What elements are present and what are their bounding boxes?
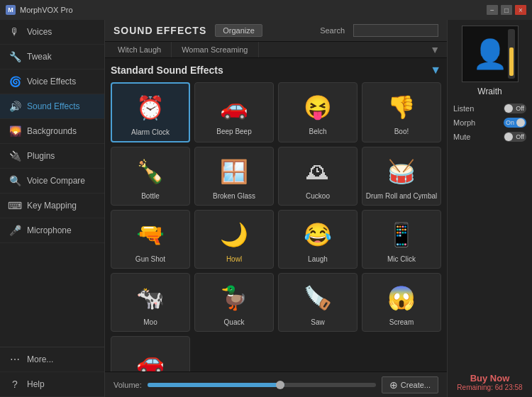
sound-item-howl[interactable]: 🌙 Howl — [194, 210, 274, 269]
sound-item-boo[interactable]: 👎 Boo! — [362, 82, 441, 142]
sidebar-label-tweak: Tweak — [27, 52, 52, 62]
sidebar-item-voices[interactable]: 🎙 Voices — [0, 20, 104, 45]
sidebar-item-voice-compare[interactable]: 🔍 Voice Compare — [0, 169, 104, 194]
sound-item-belch[interactable]: 😝 Belch — [278, 82, 358, 142]
mute-knob — [504, 133, 513, 141]
voice-name: Wraith — [477, 86, 501, 96]
sidebar-icon-help: ? — [9, 378, 21, 391]
content-header: SOUND EFFECTS Organize Search — [105, 20, 447, 42]
main-layout: 🎙 Voices 🔧 Tweak 🌀 Voice Effects 🔊 Sound… — [0, 20, 532, 397]
sound-label-scream: Scream — [389, 318, 414, 327]
sound-item-beep-beep[interactable]: 🚗 Beep Beep — [194, 82, 274, 142]
sidebar-label-key-mapping: Key Mapping — [27, 201, 77, 211]
titlebar-left: M MorphVOX Pro — [6, 5, 73, 15]
volume-handle[interactable] — [276, 381, 284, 389]
section-title: SOUND EFFECTS — [113, 25, 206, 36]
sidebar-item-voice-effects[interactable]: 🌀 Voice Effects — [0, 69, 104, 94]
maximize-button[interactable]: □ — [501, 5, 512, 15]
mute-toggle[interactable]: Off — [504, 132, 526, 142]
sidebar-label-sound-effects: Sound Effects — [27, 101, 80, 111]
sidebar-icon-voice-effects: 🌀 — [9, 75, 21, 88]
sound-label-laugh: Laugh — [308, 255, 328, 264]
sidebar-label-backgrounds: Backgrounds — [27, 126, 77, 136]
sound-item-broken-glass[interactable]: 🪟 Broken Glass — [194, 147, 274, 206]
sound-icon-moo: 🐄 — [132, 279, 169, 316]
sound-grid: ⏰ Alarm Clock 🚗 Beep Beep 😝 Belch 👎 Boo!… — [111, 82, 441, 371]
mute-state: Off — [516, 133, 524, 140]
sound-label-howl: Howl — [226, 255, 242, 264]
sound-label-broken-glass: Broken Glass — [213, 192, 255, 201]
listen-label: Listen — [453, 104, 474, 113]
search-label: Search — [320, 26, 345, 35]
sound-item-car[interactable]: 🚗 — [111, 336, 190, 371]
sound-item-cuckoo[interactable]: 🕰 Cuckoo — [278, 147, 358, 206]
sidebar-item-key-mapping[interactable]: ⌨ Key Mapping — [0, 194, 104, 218]
listen-state: Off — [516, 105, 524, 112]
sound-label-belch: Belch — [309, 128, 326, 136]
tab-woman-screaming[interactable]: Woman Screaming — [172, 42, 258, 57]
titlebar-controls: − □ × — [487, 5, 526, 15]
sidebar-label-voice-effects: Voice Effects — [27, 77, 76, 86]
sidebar-item-more[interactable]: ⋯ More... — [0, 347, 104, 372]
sound-item-alarm-clock[interactable]: ⏰ Alarm Clock — [111, 82, 190, 142]
buy-now-section: Buy Now Remaining: 6d 23:58 — [457, 373, 522, 391]
sidebar-item-microphone[interactable]: 🎤 Microphone — [0, 218, 104, 243]
sound-icon-drum-roll: 🥁 — [383, 153, 420, 190]
sidebar-item-tweak[interactable]: 🔧 Tweak — [0, 45, 104, 69]
create-plus-icon: ⊕ — [389, 379, 398, 391]
sound-item-gun-shot[interactable]: 🔫 Gun Shot — [111, 210, 190, 269]
sidebar-item-plugins[interactable]: 🔌 Plugins — [0, 144, 104, 169]
content-area: SOUND EFFECTS Organize Search Witch Laug… — [105, 20, 447, 397]
tab-scroll-right[interactable]: ▼ — [426, 43, 444, 57]
organize-button[interactable]: Organize — [215, 24, 262, 37]
app-icon: M — [6, 5, 16, 15]
grid-scroll[interactable]: Standard Sound Effects ▼ ⏰ Alarm Clock 🚗… — [105, 58, 447, 371]
sound-label-cuckoo: Cuckoo — [306, 192, 330, 201]
sound-label-beep-beep: Beep Beep — [216, 128, 252, 136]
listen-toggle[interactable]: Off — [504, 104, 526, 113]
sidebar-bottom: ⋯ More... ? Help — [0, 347, 104, 397]
section-collapse-icon[interactable]: ▼ — [430, 64, 441, 77]
sidebar-icon-sound-effects: 🔊 — [9, 100, 21, 113]
sound-label-gun-shot: Gun Shot — [135, 255, 165, 264]
search-input[interactable] — [353, 24, 438, 37]
sound-label-bottle: Bottle — [141, 192, 160, 201]
buy-now-button[interactable]: Buy Now — [457, 373, 522, 384]
sidebar-item-help[interactable]: ? Help — [0, 372, 104, 397]
morph-row: Morph On — [453, 118, 526, 128]
bottom-bar: Volume: ⊕ Create... — [105, 371, 447, 397]
sound-item-scream[interactable]: 😱 Scream — [362, 273, 441, 332]
mute-row: Mute Off — [453, 132, 526, 142]
sound-icon-beep-beep: 🚗 — [216, 89, 253, 125]
sidebar-label-more: More... — [27, 354, 53, 364]
sound-icon-belch: 😝 — [299, 89, 336, 125]
sound-icon-bottle: 🍾 — [132, 153, 169, 190]
create-button[interactable]: ⊕ Create... — [382, 376, 438, 393]
sound-icon-laugh: 😂 — [299, 216, 336, 253]
sidebar-item-backgrounds[interactable]: 🌄 Backgrounds — [0, 119, 104, 144]
sound-item-mic-click[interactable]: 📱 Mic Click — [362, 210, 441, 269]
sound-item-quack[interactable]: 🦆 Quack — [194, 273, 274, 332]
sound-item-bottle[interactable]: 🍾 Bottle — [111, 147, 190, 206]
sound-item-moo[interactable]: 🐄 Moo — [111, 273, 190, 332]
volume-track[interactable] — [148, 383, 376, 387]
voice-image: 👤 — [472, 38, 508, 71]
sound-item-drum-roll[interactable]: 🥁 Drum Roll and Cymbal — [362, 147, 441, 206]
sound-icon-scream: 😱 — [383, 279, 420, 316]
sidebar-item-sound-effects[interactable]: 🔊 Sound Effects — [0, 94, 104, 119]
morph-knob — [516, 118, 525, 127]
sidebar-icon-key-mapping: ⌨ — [9, 199, 21, 212]
titlebar: M MorphVOX Pro − □ × — [0, 0, 532, 20]
tab-witch-laugh[interactable]: Witch Laugh — [108, 42, 172, 57]
volume-slider-vertical[interactable] — [508, 29, 515, 79]
sound-icon-gun-shot: 🔫 — [132, 216, 169, 253]
right-panel: 👤 Wraith Listen Off Morph On Mute O — [447, 20, 532, 397]
close-button[interactable]: × — [515, 5, 526, 15]
morph-toggle[interactable]: On — [504, 118, 526, 128]
sound-icon-quack: 🦆 — [216, 279, 253, 316]
sound-item-saw[interactable]: 🪚 Saw — [278, 273, 358, 332]
minimize-button[interactable]: − — [487, 5, 498, 15]
sound-item-laugh[interactable]: 😂 Laugh — [278, 210, 358, 269]
mute-label: Mute — [453, 133, 470, 141]
sound-icon-alarm-clock: ⏰ — [132, 89, 169, 126]
